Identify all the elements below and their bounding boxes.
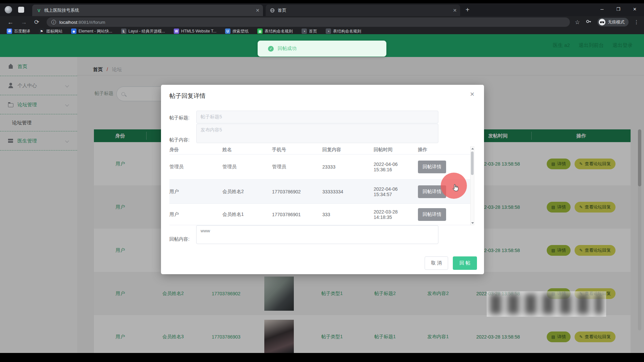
maximize-button[interactable]: ❐ (616, 7, 620, 12)
post-title-label: 帖子标题: (169, 115, 190, 121)
col-reply-content: 回复内容 (322, 147, 374, 153)
globe-favicon-icon (270, 8, 275, 13)
scroll-up-icon[interactable] (471, 148, 474, 149)
html5-icon: W (174, 28, 179, 34)
tab-title: 线上医院挂号系统 (44, 7, 253, 13)
bookmark-icon-site[interactable]: ⚑图标网站 (39, 28, 62, 34)
tab-hospital-system[interactable]: V 线上医院挂号系统 ✕ (32, 5, 263, 16)
current-user-label: 医生 a2 (553, 42, 570, 49)
dialog-title: 帖子回复详情 (169, 92, 206, 100)
new-tab-button[interactable]: + (466, 6, 470, 14)
browser-logo-icon[interactable] (5, 6, 12, 13)
tab-title: 首页 (278, 7, 450, 13)
post-content-label: 帖子内容: (169, 137, 190, 143)
reply-content-label: 回帖内容: (169, 236, 190, 242)
incognito-icon (599, 19, 605, 25)
reply-row: 用户 会员姓名2 17703786902 33333334 2022-04-06… (169, 180, 471, 204)
url-path: :8081/#/forum (77, 20, 105, 25)
blurred-watermark (487, 291, 606, 317)
close-window-button[interactable]: ✕ (633, 7, 637, 12)
screenshot-stage: V 线上医院挂号系统 ✕ 首页 ✕ + ─ ❐ ✕ ← → ⟳ i localh… (0, 0, 644, 362)
bookmark-layui[interactable]: ĿLayui - 经典开源模... (121, 28, 165, 34)
flag-icon: ⚑ (39, 28, 44, 34)
wallpaper-icon: U (225, 28, 230, 34)
cancel-button[interactable]: 取 消 (425, 256, 448, 270)
forward-button[interactable]: → (21, 19, 27, 26)
bookmark-wallpaper-search[interactable]: U搜索壁纸 (225, 28, 249, 34)
success-check-icon: ✓ (268, 46, 274, 52)
password-key-icon[interactable] (585, 18, 592, 26)
url-host: localhost (59, 20, 77, 25)
hand-cursor-icon (451, 184, 460, 194)
reply-content-textarea[interactable]: www (196, 225, 438, 244)
success-toast: ✓ 回帖成功 (258, 41, 386, 57)
post-content-field[interactable]: 发布内容5 (196, 124, 438, 143)
reply-row: 用户 会员姓名1 17703786901 333 2022-03-28 14:1… (169, 204, 471, 225)
reply-table: 身份 姓名 手机号 回复内容 回帖时间 操作 管理员 管理员 管理员 23333… (169, 145, 471, 225)
incognito-badge: 无痕模式 (597, 18, 629, 26)
col-reply-time: 回帖时间 (374, 147, 418, 153)
bookmark-element[interactable]: ◆Element - 网站快... (71, 28, 112, 34)
minimize-button[interactable]: ─ (600, 7, 603, 12)
toast-message: 回帖成功 (278, 46, 297, 52)
post-title-field[interactable]: 帖子标题5 (196, 111, 438, 123)
bookmark-star-icon[interactable]: ☆ (575, 19, 580, 26)
incognito-label: 无痕模式 (608, 19, 625, 25)
bookmarks-bar: 译百度翻译 ⚑图标网站 ◆Element - 网站快... ĿLayui - 经… (0, 28, 644, 34)
letterbox-top (0, 0, 644, 3)
tab-close-icon[interactable]: ✕ (453, 8, 457, 13)
tab-home[interactable]: 首页 ✕ (266, 5, 460, 16)
reply-detail-button[interactable]: 回帖详情 (418, 161, 446, 173)
scroll-down-icon[interactable] (471, 222, 474, 224)
layui-icon: Ŀ (121, 28, 126, 34)
reply-submit-button[interactable]: 回 帖 (453, 256, 477, 270)
grid-icon: ▦ (257, 28, 263, 34)
vue-favicon-icon: V (36, 8, 42, 13)
reply-detail-button[interactable]: 回帖详情 (418, 208, 446, 221)
element-icon: ◆ (71, 28, 76, 34)
back-button[interactable]: ← (7, 19, 13, 26)
bookmark-naming-rules-2[interactable]: ◔表结构命名规则 (326, 28, 361, 34)
tab-close-icon[interactable]: ✕ (256, 8, 260, 13)
browser-menu-icon[interactable]: ⋮ (634, 19, 639, 25)
col-name: 姓名 (222, 147, 272, 153)
col-action: 操作 (418, 147, 465, 153)
exit-to-front-link[interactable]: 退出到前台 (579, 42, 604, 49)
site-info-icon[interactable]: i (51, 20, 56, 24)
post-reply-dialog: 帖子回复详情 ✕ 帖子标题: 帖子标题5 帖子内容: 发布内容5 身份 姓名 手… (161, 85, 484, 274)
reply-row: 管理员 管理员 管理员 23333 2022-04-06 15:36:16 回帖… (169, 155, 471, 180)
address-input[interactable]: i localhost:8081/#/forum (47, 17, 570, 27)
letterbox-bottom (0, 353, 644, 362)
bookmark-baidu-translate[interactable]: 译百度翻译 (7, 28, 30, 34)
col-phone: 手机号 (272, 147, 322, 153)
table-scrollbar[interactable] (470, 146, 474, 225)
browser-app-icon[interactable] (18, 7, 24, 13)
globe-icon: ◔ (326, 28, 331, 34)
app-header: 医生 a2 退出到前台 退出登录 ✓ 回帖成功 (0, 34, 644, 57)
translate-icon: 译 (7, 28, 12, 34)
bookmark-homepage[interactable]: ◔首页 (302, 28, 317, 34)
logout-link[interactable]: 退出登录 (612, 42, 633, 49)
dialog-close-icon[interactable]: ✕ (470, 91, 475, 98)
reload-button[interactable]: ⟳ (34, 18, 39, 26)
browser-tab-bar: V 线上医院挂号系统 ✕ 首页 ✕ + ─ ❐ ✕ (0, 3, 644, 16)
globe-icon: ◔ (302, 28, 307, 34)
col-identity: 身份 (169, 147, 222, 153)
browser-url-bar: ← → ⟳ i localhost:8081/#/forum (0, 16, 644, 28)
bookmark-naming-rules[interactable]: ▦表结构命名规则 (257, 28, 293, 34)
bookmark-html5-template[interactable]: WHTML5 Website T... (174, 28, 216, 34)
